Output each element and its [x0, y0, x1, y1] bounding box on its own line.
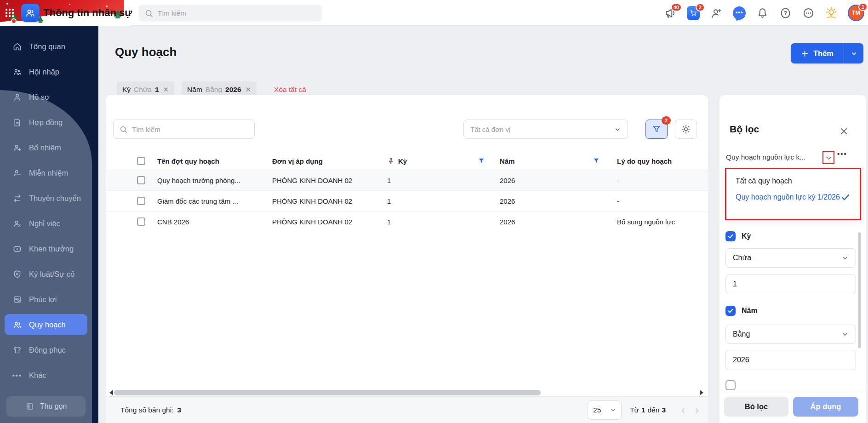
- user-avatar[interactable]: TM 1: [848, 5, 864, 21]
- top-bar: Thông tin nhân sự 40 2 •••: [0, 0, 868, 26]
- chevron-down-icon: [610, 407, 616, 413]
- sidebar-item-nghi-viec[interactable]: Nghỉ việc: [0, 211, 92, 236]
- sidebar-item-phuc-loi[interactable]: Phúc lợi: [0, 287, 92, 312]
- transfer-arrows-icon: [12, 194, 22, 204]
- add-button[interactable]: Thêm: [791, 43, 863, 63]
- main-content: Quy hoạch Thêm Kỳ Chứa 1 ✕ Năm Bằng 2026…: [98, 26, 868, 423]
- cell-period: 1: [382, 218, 494, 226]
- period-value-input[interactable]: [725, 274, 856, 294]
- contract-icon: [12, 118, 22, 128]
- cell-period: 1: [382, 177, 494, 184]
- person-icon: [12, 92, 22, 103]
- page-size-value: 25: [593, 406, 601, 414]
- ellipsis-icon: •••: [12, 371, 22, 381]
- apply-filter-button[interactable]: Áp dụng: [793, 397, 858, 417]
- column-filter-funnel-icon[interactable]: [593, 157, 600, 165]
- sidebar-item-label: Hội nhập: [29, 68, 59, 76]
- table-header-row: Tên đợt quy hoạch Đơn vị áp dụng Kỳ Năm …: [106, 152, 708, 170]
- period-checkbox[interactable]: [725, 231, 736, 241]
- clear-all-filters-link[interactable]: Xóa tất cả: [274, 86, 306, 94]
- add-user-icon[interactable]: [710, 6, 723, 19]
- close-icon[interactable]: [839, 126, 849, 137]
- year-operator-select[interactable]: Bằng: [725, 325, 856, 344]
- sidebar-item-ky-luat[interactable]: Kỷ luật/Sự cố: [0, 262, 92, 287]
- saved-filter-more-icon[interactable]: •••: [837, 150, 847, 158]
- global-search-input[interactable]: [158, 9, 316, 17]
- shirt-icon: [12, 345, 22, 355]
- app-launcher-grid-icon[interactable]: [5, 8, 15, 18]
- dropdown-option-all[interactable]: Tất cả quy hoạch: [736, 177, 852, 185]
- sidebar-item-quy-hoach[interactable]: Quy hoạch: [5, 314, 87, 335]
- period-operator-select[interactable]: Chứa: [725, 248, 856, 268]
- filter-count-badge: 2: [662, 116, 671, 125]
- hr-app-logo-icon[interactable]: [21, 4, 40, 22]
- avatar-initials: TM: [852, 10, 860, 16]
- table-search[interactable]: [113, 120, 255, 139]
- svg-text:?: ?: [783, 10, 787, 17]
- sidebar-item-label: Khen thưởng: [29, 245, 74, 253]
- sidebar-item-hoi-nhap[interactable]: Hội nhập: [0, 59, 92, 85]
- column-filter-funnel-icon[interactable]: [478, 157, 485, 165]
- row-checkbox[interactable]: [137, 197, 145, 205]
- table-row[interactable]: Giám đốc các trung tâm ... PHÒNG KINH DO…: [106, 191, 708, 212]
- period-field-label: Kỳ: [742, 232, 751, 240]
- row-checkbox[interactable]: [137, 217, 145, 226]
- add-dropdown-caret[interactable]: [844, 43, 863, 63]
- scroll-left-arrow-icon[interactable]: [109, 390, 113, 395]
- cell-year: 2026: [494, 177, 611, 184]
- table-search-input[interactable]: [132, 126, 249, 133]
- unit-filter-select[interactable]: Tất cả đơn vị: [463, 120, 628, 139]
- chat-icon[interactable]: •••: [733, 6, 746, 19]
- collapse-label: Thu gọn: [40, 402, 67, 411]
- scroll-right-arrow-icon[interactable]: [700, 390, 703, 395]
- sidebar-item-ho-so[interactable]: Hồ sơ: [0, 85, 92, 110]
- extra-field-checkbox[interactable]: [725, 380, 736, 390]
- select-all-checkbox[interactable]: [137, 157, 145, 165]
- row-checkbox[interactable]: [137, 176, 145, 184]
- table-row[interactable]: CNB 2026 PHÒNG KINH DOANH 02 1 2026 Bổ s…: [106, 212, 708, 232]
- page-size-select[interactable]: 25: [588, 400, 622, 420]
- panel-scrollbar-thumb[interactable]: [858, 232, 861, 348]
- announcements-icon[interactable]: 40: [664, 6, 677, 19]
- reset-filter-button[interactable]: Bỏ lọc: [724, 397, 788, 417]
- sidebar-item-dong-phuc[interactable]: Đồng phục: [0, 337, 92, 363]
- chip-remove-icon[interactable]: ✕: [163, 86, 169, 94]
- horizontal-scrollbar[interactable]: [106, 389, 708, 396]
- more-options-icon[interactable]: [802, 6, 815, 19]
- table-toolbar: Tất cả đơn vị 2: [106, 120, 708, 139]
- help-icon[interactable]: ?: [779, 6, 792, 19]
- sidebar-item-tong-quan[interactable]: Tổng quan: [0, 34, 92, 59]
- pagination-range: Từ 1 đến 3: [630, 406, 666, 414]
- sidebar-item-label: Hồ sơ: [29, 93, 50, 102]
- chip-remove-icon[interactable]: ✕: [246, 86, 251, 94]
- column-header-name: Tên đợt quy hoạch: [152, 157, 267, 165]
- horizontal-scrollbar-thumb[interactable]: [114, 390, 541, 395]
- sidebar-item-khen-thuong[interactable]: Khen thưởng: [0, 236, 92, 262]
- year-checkbox[interactable]: [725, 306, 736, 316]
- search-icon: [144, 9, 154, 18]
- period-operator-value: Chứa: [733, 254, 751, 262]
- global-search[interactable]: [139, 5, 322, 22]
- next-page-icon[interactable]: ›: [695, 405, 699, 416]
- person-minus-icon: [12, 168, 22, 178]
- sidebar-item-thuyen-chuyen[interactable]: Thuyên chuyển: [0, 186, 92, 211]
- year-value-input[interactable]: [725, 350, 856, 370]
- notifications-bell-icon[interactable]: [756, 6, 769, 19]
- saved-filter-name[interactable]: Quy hoạch nguồn lực k...: [726, 153, 805, 161]
- sidebar: Tổng quan Hội nhập Hồ sơ Hợp đồng Bổ nhi…: [0, 26, 98, 423]
- cart-icon[interactable]: 2: [687, 6, 700, 19]
- sidebar-item-hop-dong[interactable]: Hợp đồng: [0, 110, 92, 135]
- dropdown-option-selected[interactable]: Quy hoạch nguồn lực kỳ 1/2026: [736, 192, 852, 202]
- table-settings-button[interactable]: [675, 120, 697, 139]
- planning-users-icon: [12, 320, 22, 330]
- whats-new-idea-icon[interactable]: [825, 6, 838, 19]
- sidebar-item-bo-nhiem[interactable]: Bổ nhiệm: [0, 135, 92, 160]
- sidebar-item-label: Phúc lợi: [29, 295, 57, 304]
- sidebar-collapse-button[interactable]: Thu gọn: [6, 396, 86, 417]
- cell-name: CNB 2026: [152, 218, 267, 226]
- previous-page-icon[interactable]: ‹: [681, 405, 685, 416]
- filter-button[interactable]: 2: [645, 120, 668, 139]
- sidebar-item-mien-nhiem[interactable]: Miễn nhiệm: [0, 160, 92, 186]
- table-row[interactable]: Quy hoạch trưởng phòng... PHÒNG KINH DOA…: [106, 170, 708, 191]
- sidebar-item-khac[interactable]: ••• Khác: [0, 363, 92, 388]
